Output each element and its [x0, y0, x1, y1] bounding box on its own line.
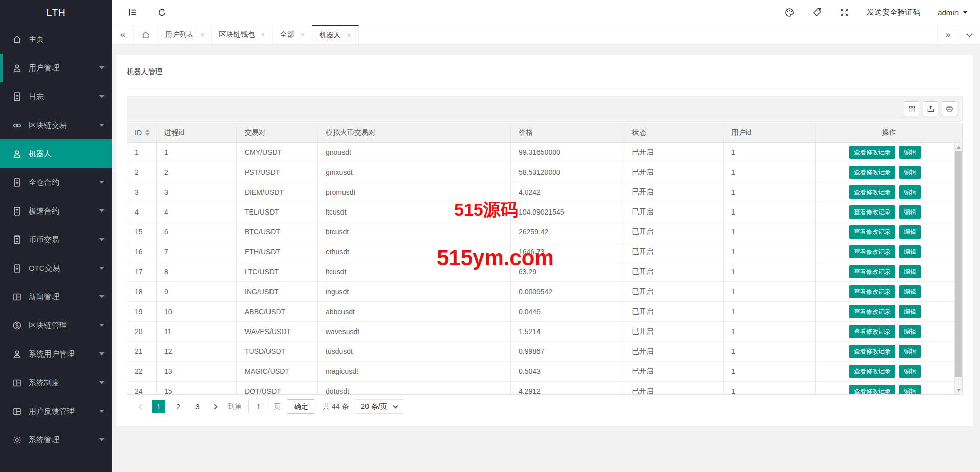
- send-security-code-button[interactable]: 发送安全验证码: [867, 8, 920, 17]
- page-button-3[interactable]: 3: [191, 400, 204, 413]
- columns-icon[interactable]: [904, 101, 919, 116]
- sort-icon[interactable]: [145, 129, 150, 136]
- sidebar-item-系统用户管理[interactable]: 系统用户管理: [0, 340, 112, 368]
- sidebar-item-用户反馈管理[interactable]: 用户反馈管理: [0, 397, 112, 426]
- print-icon[interactable]: [942, 101, 957, 116]
- vertical-scrollbar[interactable]: [955, 143, 962, 394]
- view-edit-records-button[interactable]: 查看修改记录: [849, 166, 895, 179]
- sidebar-menu: 主页 用户管理 日志 区块链交易 机器人 全仓合约 极速合约 币币交易: [0, 25, 112, 454]
- view-edit-records-button[interactable]: 查看修改记录: [849, 285, 895, 298]
- sidebar-item-区块链管理[interactable]: 区块链管理: [0, 311, 112, 340]
- column-header-id[interactable]: ID: [127, 123, 157, 142]
- edit-button[interactable]: 编辑: [899, 285, 921, 298]
- view-edit-records-button[interactable]: 查看修改记录: [849, 325, 895, 338]
- sidebar-item-日志[interactable]: 日志: [0, 82, 112, 111]
- table-row: 19 10 ABBC/USDT abbcusdt 0.0446 已开启 1 查看…: [127, 302, 955, 322]
- file-icon: [12, 235, 22, 245]
- view-edit-records-button[interactable]: 查看修改记录: [849, 365, 895, 378]
- next-page-button[interactable]: [207, 400, 223, 413]
- close-tab-icon[interactable]: ×: [300, 31, 304, 38]
- main-column: 发送安全验证码 admin « 用户列表 × 区块链钱包 × 全部 × 机器人 …: [112, 0, 980, 472]
- collapse-sidebar-icon[interactable]: [128, 7, 138, 17]
- view-edit-records-button[interactable]: 查看修改记录: [849, 385, 895, 394]
- palette-icon[interactable]: [784, 7, 795, 18]
- content-area: 机器人管理: [112, 45, 980, 472]
- table-row: 3 3 DIEM/USDT promusdt 4.0242 已开启 1 查看修改…: [127, 182, 955, 202]
- page-size-select[interactable]: 20 条/页: [355, 399, 403, 414]
- close-tab-icon[interactable]: ×: [261, 31, 265, 38]
- edit-button[interactable]: 编辑: [899, 205, 921, 219]
- refresh-icon[interactable]: [157, 8, 167, 17]
- sidebar-item-区块链交易[interactable]: 区块链交易: [0, 111, 112, 139]
- chevron-down-icon: [99, 124, 104, 127]
- view-edit-records-button[interactable]: 查看修改记录: [849, 345, 895, 358]
- view-edit-records-button[interactable]: 查看修改记录: [849, 305, 895, 318]
- scrollbar-thumb[interactable]: [955, 151, 962, 377]
- tabs-scroll-right-button[interactable]: »: [937, 25, 959, 44]
- sidebar-item-系统制度[interactable]: 系统制度: [0, 368, 112, 397]
- view-edit-records-button[interactable]: 查看修改记录: [849, 146, 895, 159]
- fullscreen-icon[interactable]: [840, 8, 849, 17]
- view-edit-records-button[interactable]: 查看修改记录: [849, 205, 895, 219]
- goto-page-input[interactable]: [248, 400, 270, 413]
- close-tab-icon[interactable]: ×: [200, 31, 204, 38]
- chevron-down-icon: [99, 324, 104, 327]
- tab-用户列表[interactable]: 用户列表 ×: [158, 25, 212, 44]
- tag-icon[interactable]: [812, 7, 822, 17]
- tab-区块链钱包[interactable]: 区块链钱包 ×: [212, 25, 273, 44]
- user-icon: [12, 349, 22, 359]
- view-edit-records-button[interactable]: 查看修改记录: [849, 245, 895, 258]
- edit-button[interactable]: 编辑: [899, 225, 921, 239]
- file-icon: [12, 92, 22, 102]
- gear-icon: [12, 435, 22, 445]
- sidebar: LTH 主页 用户管理 日志 区块链交易 机器人 全仓合约 极速合约: [0, 0, 112, 472]
- edit-button[interactable]: 编辑: [899, 166, 921, 179]
- table-row: 24 15 DOT/USDT dotusdt 4.2912 已开启 1 查看修改…: [127, 382, 955, 394]
- edit-button[interactable]: 编辑: [899, 325, 921, 338]
- view-edit-records-button[interactable]: 查看修改记录: [849, 265, 895, 278]
- table-row: 2 2 PST/USDT gmxusdt 58.53120000 已开启 1 查…: [127, 162, 955, 182]
- sidebar-item-新闻管理[interactable]: 新闻管理: [0, 282, 112, 311]
- sidebar-item-币币交易[interactable]: 币币交易: [0, 225, 112, 254]
- edit-button[interactable]: 编辑: [899, 305, 921, 318]
- column-header-pair: 交易对: [237, 123, 318, 142]
- edit-button[interactable]: 编辑: [899, 185, 921, 199]
- goto-page-unit: 页: [274, 402, 281, 411]
- page-button-2[interactable]: 2: [172, 400, 185, 413]
- sidebar-item-极速合约[interactable]: 极速合约: [0, 197, 112, 225]
- scroll-down-arrow[interactable]: [955, 386, 962, 394]
- close-tab-icon[interactable]: ×: [347, 32, 351, 39]
- confirm-page-button[interactable]: 确定: [287, 399, 315, 414]
- sidebar-item-系统管理[interactable]: 系统管理: [0, 426, 112, 454]
- sidebar-item-用户管理[interactable]: 用户管理: [0, 54, 112, 82]
- dollar-icon: [12, 321, 22, 331]
- column-header-uid: 用户id: [724, 123, 816, 142]
- view-edit-records-button[interactable]: 查看修改记录: [849, 185, 895, 199]
- scroll-up-arrow[interactable]: [955, 143, 962, 151]
- view-edit-records-button[interactable]: 查看修改记录: [849, 225, 895, 239]
- sidebar-item-主页[interactable]: 主页: [0, 25, 112, 54]
- column-header-price: 价格: [511, 123, 624, 142]
- page-button-1[interactable]: 1: [152, 400, 165, 413]
- sidebar-item-全仓合约[interactable]: 全仓合约: [0, 168, 112, 197]
- file-icon: [12, 206, 22, 216]
- tabs-scroll-left-button[interactable]: «: [112, 25, 134, 44]
- edit-button[interactable]: 编辑: [899, 365, 921, 378]
- user-icon: [12, 149, 22, 159]
- sidebar-item-机器人[interactable]: 机器人: [0, 139, 112, 168]
- user-menu[interactable]: admin: [938, 8, 968, 17]
- edit-button[interactable]: 编辑: [899, 245, 921, 258]
- tab-全部[interactable]: 全部 ×: [273, 25, 312, 44]
- sidebar-item-OTC交易[interactable]: OTC交易: [0, 254, 112, 282]
- tabs-menu-button[interactable]: [959, 25, 980, 44]
- export-icon[interactable]: [923, 101, 938, 116]
- table-row: 22 13 MAGIC/USDT magicusdt 0.5043 已开启 1 …: [127, 362, 955, 382]
- total-count-label: 共 44 条: [323, 402, 349, 411]
- edit-button[interactable]: 编辑: [899, 345, 921, 358]
- prev-page-button[interactable]: [134, 400, 149, 413]
- edit-button[interactable]: 编辑: [899, 146, 921, 159]
- edit-button[interactable]: 编辑: [899, 265, 921, 278]
- edit-button[interactable]: 编辑: [899, 385, 921, 394]
- tab-机器人[interactable]: 机器人 ×: [312, 25, 359, 44]
- home-tab[interactable]: [134, 25, 158, 44]
